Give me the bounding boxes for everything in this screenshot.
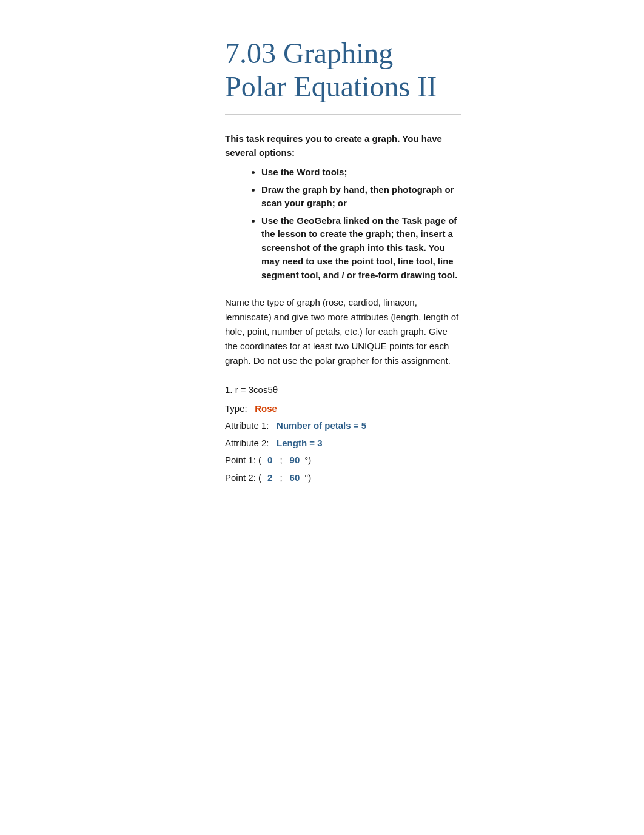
point1-degree: °) [304,452,311,469]
attribute1-row: Attribute 1: Number of petals = 5 [225,417,461,435]
page-title: 7.03 Graphing Polar Equations II [225,36,461,103]
point1-separator: ; [280,452,282,469]
point1-r-value: 0 [267,452,272,469]
description-text: Name the type of graph (rose, cardiod, l… [225,295,461,368]
point2-theta-value: 60 [290,469,300,487]
bullet-item-1: Use the Word tools; [261,166,461,179]
bullet-item-2: Draw the graph by hand, then photograph … [261,183,461,210]
point2-separator: ; [280,469,282,487]
type-row: Type: Rose [225,400,461,418]
page-container: 7.03 Graphing Polar Equations II This ta… [164,0,480,523]
point2-row: Point 2: ( 2 ; 60 °) [225,469,461,487]
title-section: 7.03 Graphing Polar Equations II [225,36,461,115]
attribute2-row: Attribute 2: Length = 3 [225,435,461,452]
attribute1-label: Attribute 1: [225,420,269,431]
type-value: Rose [255,403,277,414]
bullet-item-3: Use the GeoGebra linked on the Task page… [261,214,461,283]
point1-row: Point 1: ( 0 ; 90 °) [225,452,461,469]
problem-section: 1. r = 3cos5θ Type: Rose Attribute 1: Nu… [225,381,461,486]
options-list: Use the Word tools; Draw the graph by ha… [225,166,461,282]
equation-text: 1. r = 3cos5θ [225,384,278,395]
type-label: Type: [225,403,247,414]
attribute2-label: Attribute 2: [225,438,269,448]
point1-theta-value: 90 [290,452,300,469]
point2-degree: °) [304,469,311,487]
point1-label: Point 1: ( [225,452,261,469]
intro-bold-text: This task requires you to create a graph… [225,132,461,159]
attribute2-value: Length = 3 [277,438,322,448]
point2-r-value: 2 [267,469,272,487]
attribute1-value: Number of petals = 5 [277,420,366,431]
equation-label: 1. r = 3cos5θ [225,381,461,399]
point2-label: Point 2: ( [225,469,261,487]
